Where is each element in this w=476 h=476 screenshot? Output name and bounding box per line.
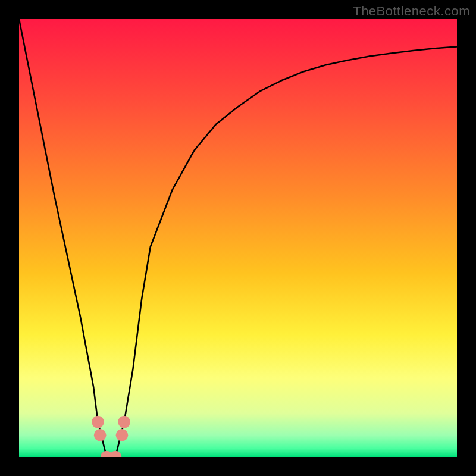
marker-dot xyxy=(92,416,104,428)
plot-area xyxy=(19,19,457,457)
watermark-label: TheBottleneck.com xyxy=(353,4,470,19)
curve-layer xyxy=(19,19,457,457)
marker-dot xyxy=(116,429,129,441)
bottleneck-curve xyxy=(19,19,457,457)
marker-group xyxy=(92,416,130,457)
marker-dot xyxy=(118,416,130,428)
marker-dot xyxy=(94,429,107,441)
marker-dot xyxy=(109,451,122,457)
chart-frame: TheBottleneck.com xyxy=(0,0,476,476)
